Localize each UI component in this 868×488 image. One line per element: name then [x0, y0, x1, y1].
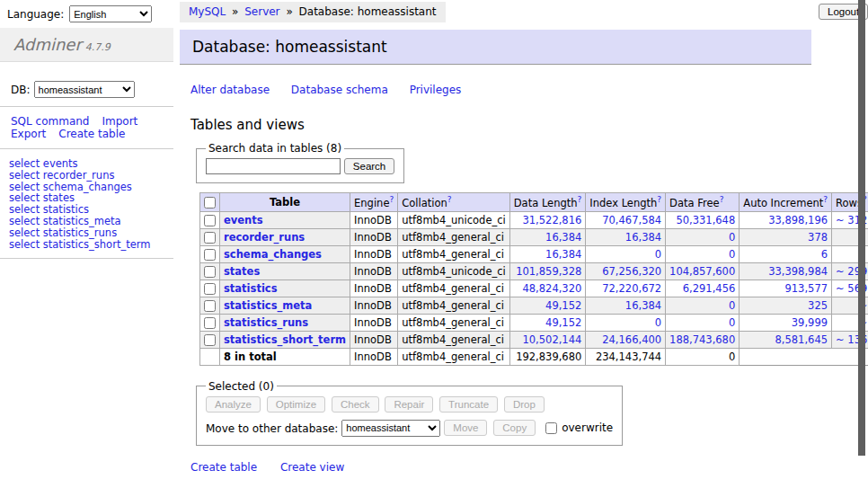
sidebar-link-import[interactable]: Import [102, 115, 137, 128]
total-label: 8 in total [220, 348, 350, 365]
data-free-cell: 0 [666, 245, 740, 262]
truncate-button[interactable]: Truncate [439, 396, 498, 413]
column-header-auto-increment: Auto Increment? [740, 193, 832, 212]
index-length-cell: 24,166,400 [586, 331, 666, 348]
index-length-cell: 72,220,672 [586, 279, 666, 297]
index-length-cell: 67,256,320 [586, 262, 666, 279]
row-checkbox[interactable] [204, 283, 216, 295]
auto-increment-cell: 913,577 [740, 279, 832, 297]
engine-cell: InnoDB [350, 262, 398, 279]
table-link[interactable]: statistics_meta [224, 299, 312, 312]
tables-overview-table: Table Engine? Collation? Data Length? In… [199, 192, 868, 366]
alter-database-link[interactable]: Alter database [190, 84, 270, 96]
auto-increment-cell: 6 [740, 245, 832, 262]
engine-cell: InnoDB [350, 245, 398, 262]
move-button[interactable]: Move [444, 420, 487, 436]
row-checkbox[interactable] [204, 232, 216, 244]
repair-button[interactable]: Repair [385, 396, 433, 413]
row-checkbox[interactable] [204, 215, 216, 226]
breadcrumb-link-server[interactable]: Server [244, 5, 279, 18]
sidebar-item-select-events[interactable]: select events [9, 158, 173, 170]
database-action-links: Alter database Database schema Privilege… [190, 84, 811, 96]
sidebar-link-sql-command[interactable]: SQL command [11, 115, 89, 128]
table-link[interactable]: statistics_short_term [224, 333, 346, 346]
selected-buttons-row: Analyze Optimize Check Repair Truncate D… [206, 396, 613, 413]
search-button[interactable]: Search [344, 158, 394, 174]
total-data-length: 192,839,680 [509, 348, 586, 365]
auto-increment-cell: 325 [740, 297, 832, 314]
auto-increment-cell: 39,999 [740, 314, 832, 331]
collation-cell: utf8mb4_unicode_ci [398, 262, 510, 279]
auto-increment-cell: 33,398,984 [740, 262, 832, 279]
help-icon[interactable]: ? [389, 195, 394, 204]
data-free-cell: 0 [666, 228, 740, 245]
column-header-index-length: Index Length? [586, 193, 666, 212]
db-selector-row: DB: homeassistant [11, 81, 173, 98]
overwrite-checkbox[interactable] [545, 422, 557, 434]
sidebar-item-select-statistics-short-term[interactable]: select statistics_short_term [9, 239, 173, 251]
help-icon[interactable]: ? [823, 195, 828, 204]
help-icon[interactable]: ? [447, 195, 452, 204]
create-table-link[interactable]: Create table [190, 461, 257, 474]
row-checkbox[interactable] [204, 334, 216, 346]
breadcrumb-link-mysql[interactable]: MySQL [189, 5, 226, 18]
auto-increment-cell: 378 [740, 228, 832, 245]
collation-cell: utf8mb4_general_ci [398, 279, 510, 297]
row-checkbox[interactable] [204, 317, 216, 329]
scrollbar-thumb[interactable] [858, 0, 865, 456]
sidebar-actions: SQL commandImport ExportCreate table [11, 115, 173, 140]
table-row: statistics_short_term InnoDB utf8mb4_gen… [200, 331, 868, 348]
select-all-checkbox[interactable] [204, 197, 216, 209]
data-length-cell: 10,502,144 [509, 331, 586, 348]
engine-cell: InnoDB [350, 279, 398, 297]
help-icon[interactable]: ? [720, 195, 724, 204]
optimize-button[interactable]: Optimize [267, 396, 325, 413]
copy-button[interactable]: Copy [493, 420, 536, 436]
sidebar-item-select-statistics-meta[interactable]: select statistics_meta [9, 216, 173, 227]
table-link[interactable]: recorder_runs [224, 231, 305, 244]
column-header-engine: Engine? [350, 193, 398, 212]
collation-cell: utf8mb4_general_ci [398, 245, 510, 262]
database-schema-link[interactable]: Database schema [291, 84, 388, 96]
collation-cell: utf8mb4_general_ci [398, 228, 510, 245]
table-link[interactable]: events [224, 214, 263, 226]
create-view-link[interactable]: Create view [280, 461, 344, 474]
table-total-row: 8 in total InnoDB utf8mb4_general_ci 192… [200, 348, 868, 365]
help-icon[interactable]: ? [578, 195, 582, 204]
row-checkbox[interactable] [204, 266, 216, 278]
index-length-cell: 16,384 [586, 228, 666, 245]
data-free-cell: 6,291,456 [666, 279, 740, 297]
table-link[interactable]: statistics [224, 282, 278, 295]
selected-legend: Selected (0) [206, 380, 277, 393]
row-checkbox[interactable] [204, 300, 216, 312]
db-label: DB: [11, 84, 31, 96]
analyze-button[interactable]: Analyze [206, 396, 261, 413]
sidebar-item-select-statistics-runs[interactable]: select statistics_runs [9, 227, 173, 239]
drop-button[interactable]: Drop [504, 396, 545, 413]
sidebar-link-create-table[interactable]: Create table [58, 128, 125, 140]
db-select[interactable]: homeassistant [34, 81, 135, 98]
table-link[interactable]: schema_changes [224, 248, 322, 261]
help-icon[interactable]: ? [657, 195, 661, 204]
total-engine: InnoDB [350, 348, 398, 365]
sidebar-item-select-recorder-runs[interactable]: select recorder_runs [9, 170, 173, 182]
collation-cell: utf8mb4_general_ci [398, 297, 510, 314]
sidebar-link-export[interactable]: Export [11, 128, 46, 140]
privileges-link[interactable]: Privileges [410, 84, 462, 96]
table-row: statistics_runs InnoDB utf8mb4_general_c… [200, 314, 868, 331]
page-title: Database: homeassistant [180, 30, 811, 65]
collation-cell: utf8mb4_general_ci [398, 331, 510, 348]
row-checkbox[interactable] [204, 249, 216, 261]
search-input[interactable] [206, 158, 341, 174]
table-link[interactable]: statistics_runs [224, 316, 308, 329]
auto-increment-cell: 33,898,196 [740, 211, 832, 228]
app-logo: Adminer4.7.9 [0, 28, 173, 62]
table-header-row: Table Engine? Collation? Data Length? In… [200, 193, 868, 212]
search-legend: Search data in tables (8) [206, 142, 344, 155]
move-database-select[interactable]: homeassistant [341, 420, 440, 437]
table-link[interactable]: states [224, 265, 260, 278]
engine-cell: InnoDB [350, 228, 398, 245]
check-button[interactable]: Check [332, 396, 379, 413]
overwrite-label: overwrite [562, 421, 613, 434]
data-length-cell: 48,824,320 [509, 279, 586, 297]
